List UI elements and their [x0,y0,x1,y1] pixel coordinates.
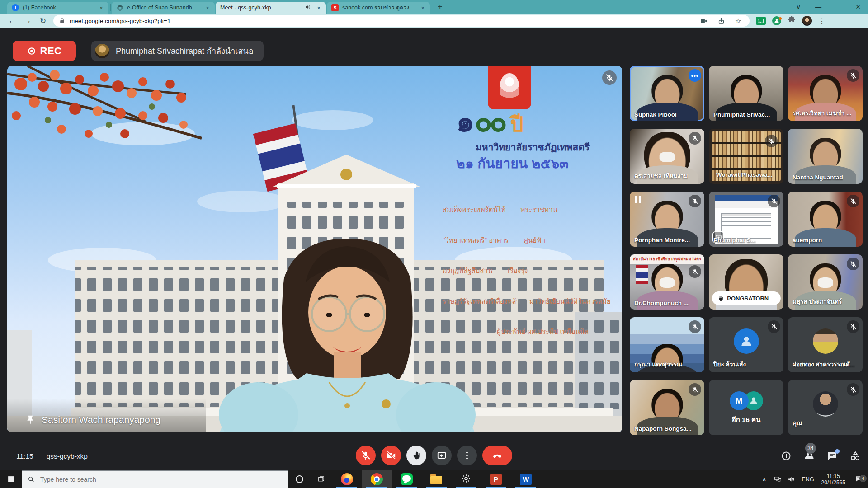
meet-extension-icon[interactable] [772,16,781,25]
participant-tile-chompunuch[interactable]: สถาบันการอาชีวศึกษากรุงเทพมหานคร Dr.Chom… [630,254,704,310]
tab-facebook[interactable]: f (1) Facebook × [7,2,108,14]
tab-audio-icon[interactable] [305,4,311,12]
minimize-button[interactable]: — [808,0,828,14]
mic-muted-icon [847,383,859,396]
taskbar-search[interactable] [22,470,288,488]
participants-grid: ••• Suphak Pibool Phumiphat Srivac... รศ… [630,66,867,435]
participant-tile-phumiphat[interactable]: Phumiphat Srivac... [709,66,783,121]
tab-eoffice[interactable]: e-Office of Suan Sunandha Rajab × [112,2,215,14]
pause-bars-icon [635,196,641,203]
camera-toggle-button[interactable] [381,446,401,465]
mic-muted-icon [689,265,701,278]
mic-toggle-button[interactable] [356,446,376,465]
back-icon[interactable]: ← [5,16,20,25]
participant-tile-foithong[interactable]: ฝอยทอง สาครวรรณศั... [788,317,863,372]
cast-extension-icon[interactable] [756,17,766,25]
main-video-tile[interactable]: ๑๐๐ ปี มหาวิทยาลัยราชภัฏเทพสตรี ๒๑ กันยา… [7,66,622,432]
meeting-code: qss-gcyb-xkp [47,452,88,460]
taskbar-firefox-icon[interactable] [332,470,362,488]
participant-name: ดร.สายชล เทียนงาม [634,171,688,181]
meeting-details-icon[interactable] [781,450,792,461]
more-participants-tile[interactable]: M อีก 16 คน [709,380,783,435]
volume-icon[interactable] [785,475,798,483]
participant-tile-piya[interactable]: ปิยะ ล้วนเส้ง [709,317,783,372]
taskbar-explorer-icon[interactable] [421,470,451,488]
chat-icon[interactable] [827,450,838,461]
face-mask [659,277,675,288]
url-text[interactable]: meet.google.com/qss-gcyb-xkp?pli=1 [70,18,693,24]
speaker-name: Sasitorn Wachirapanyapong [42,414,160,425]
taskbar-chrome-icon[interactable] [362,470,392,488]
mic-muted-icon [768,195,780,207]
lock-icon[interactable] [58,17,66,25]
tray-chevron-icon[interactable]: ∧ [758,476,771,483]
presentation-tile[interactable]: Phumiphat S... [709,192,783,247]
new-tab-button[interactable]: + [438,2,443,12]
bookmark-star-icon[interactable]: ☆ [731,17,745,25]
extensions-puzzle-icon[interactable] [788,16,796,26]
taskbar-powerpoint-icon[interactable]: P [481,470,511,488]
taskbar-line-icon[interactable] [392,470,421,488]
browser-tab-strip: f (1) Facebook × e-Office of Suan Sunand… [0,0,868,14]
language-indicator[interactable]: ENG [798,476,818,483]
maximize-button[interactable] [828,0,848,14]
camera-permission-icon[interactable] [697,17,711,25]
participant-name: Pornphan Montre... [634,237,690,244]
more-options-button[interactable] [457,446,477,465]
raise-hand-button[interactable] [406,446,426,465]
participant-name: ปิยะ ล้วนเส้ง [713,359,746,369]
leave-call-button[interactable] [482,446,512,465]
network-icon[interactable] [771,475,785,483]
participant-tile-napaporn[interactable]: Napaporn Songsa... [630,380,704,435]
participant-tile-pongsatorn[interactable]: PONGSATORN ... [709,254,783,310]
tab-close-icon[interactable]: × [419,5,426,11]
participant-tile-mathurot[interactable]: มธุรส ประภาจันทร์ [788,254,863,310]
tab-close-icon[interactable]: × [315,5,322,11]
participant-tile-auemporn[interactable]: auemporn [788,192,863,247]
activities-icon[interactable] [850,450,861,461]
meeting-clock: 11:15 [16,452,33,460]
participant-tile-suphak[interactable]: ••• Suphak Pibool [630,66,704,121]
tab-search-chevron-icon[interactable]: ∨ [788,0,808,14]
notification-center-icon[interactable]: 4 [849,475,868,483]
browser-profile-avatar[interactable] [802,16,812,26]
taskbar-clock[interactable]: 11:15 20/1/2565 [818,473,849,486]
main-mic-muted-icon [602,70,617,85]
reload-icon[interactable]: ↻ [35,16,51,26]
participant-tile-worawit[interactable]: Worawit Phasawa... [709,129,783,184]
participants-icon[interactable]: 34 [804,450,815,461]
tab-title: sanook.com รวมข่าว ดูดวง หวย ผล [342,3,415,12]
tab-sanook[interactable]: S sanook.com รวมข่าว ดูดวง หวย ผล × [327,2,430,14]
participant-tile-witthaya[interactable]: รศ.ดร.วิทยา เมฆขำ ... [788,66,863,121]
mic-muted-icon [847,195,859,207]
participant-tile-nantha[interactable]: Nantha Nguantad [788,129,863,184]
url-bar[interactable]: meet.google.com/qss-gcyb-xkp?pli=1 ☆ [53,15,750,27]
present-button[interactable] [432,446,452,465]
forward-icon[interactable]: → [20,16,35,25]
start-button[interactable] [0,470,22,488]
meeting-info: 11:15 qss-gcyb-xkp [16,452,88,460]
tab-meet[interactable]: Meet - qss-gcyb-xkp × [216,2,326,14]
participant-name: มธุรส ประภาจันทร์ [793,296,842,306]
stacked-avatars: M [730,391,763,410]
participant-name: Phumiphat Srivac... [713,111,770,118]
participant-tile-karuna[interactable]: กรุณา แดงสุวรรณ [630,317,704,372]
share-icon[interactable] [714,17,728,25]
self-tile[interactable]: คุณ [788,380,863,435]
tab-close-icon[interactable]: × [98,5,105,11]
anniversary-date: ๒๑ กันยายน ๒๕๖๓ [456,153,569,174]
browser-menu-icon[interactable]: ⋮ [818,17,826,25]
tab-title: e-Office of Suan Sunandha Rajab [127,5,200,11]
cortana-button[interactable] [288,470,310,488]
taskbar-word-icon[interactable]: W [511,470,541,488]
taskbar-date: 20/1/2565 [821,479,845,486]
task-view-button[interactable] [310,470,332,488]
taskbar-settings-icon[interactable] [451,470,481,488]
participant-tile-saichon[interactable]: ดร.สายชล เทียนงาม [630,129,704,184]
tab-close-icon[interactable]: × [204,5,211,11]
participant-tile-pornphan[interactable]: Pornphan Montre... [630,192,704,247]
mic-muted-icon [689,320,701,333]
tile-menu-icon[interactable]: ••• [689,69,701,82]
search-input[interactable] [39,475,283,483]
close-button[interactable]: ✕ [848,0,868,14]
